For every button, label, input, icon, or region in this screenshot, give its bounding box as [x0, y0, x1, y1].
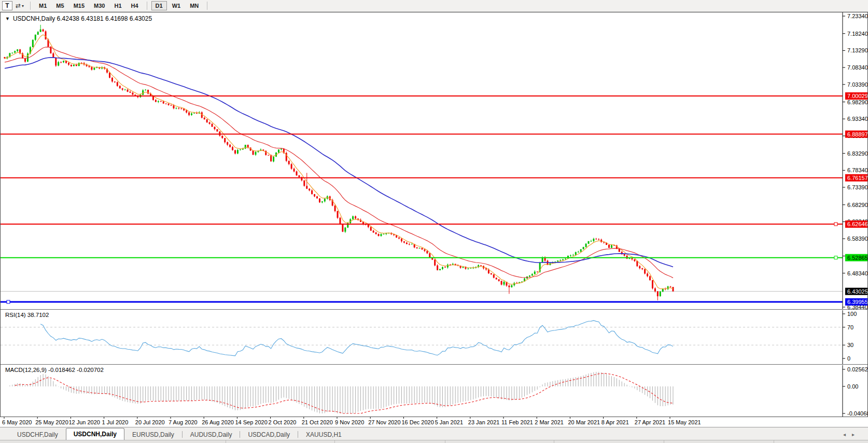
hline-6.39955[interactable] [1, 300, 843, 303]
svg-text:6.68290: 6.68290 [847, 202, 867, 208]
svg-text:6.43025: 6.43025 [847, 288, 867, 295]
tab-xauusd-h1[interactable]: XAUUSD,H1 [298, 429, 349, 440]
svg-text:6.78340: 6.78340 [847, 167, 867, 173]
macd-panel[interactable]: 0.0256230.00-0.040687 MACD(12,26,9) -0.0… [1, 365, 867, 417]
date-label: 7 Aug 2020 [169, 419, 198, 425]
macd-histogram [10, 372, 673, 413]
tabs-scroll-arrows: ◂▸ [843, 432, 855, 437]
date-label: 20 Jul 2020 [135, 419, 165, 425]
svg-text:6.48340: 6.48340 [847, 270, 867, 276]
date-label: 12 Jun 2020 [68, 419, 100, 425]
svg-text:70: 70 [847, 324, 853, 330]
date-label: 25 May 2020 [35, 419, 68, 425]
rsi-panel[interactable]: 10070300 RSI(14) 38.7102 [1, 310, 867, 364]
chart-title-text: USDCNH,Daily 6.42438 6.43181 6.41698 6.4… [13, 15, 152, 22]
date-label: 26 Aug 2020 [202, 419, 234, 425]
rsi-label: RSI(14) 38.7102 [5, 312, 49, 318]
svg-text:6.73390: 6.73390 [847, 184, 867, 190]
date-label: 14 Sep 2020 [235, 419, 267, 425]
ma-5-line [5, 35, 673, 289]
date-label: 1 Jul 2020 [102, 419, 129, 425]
chevron-down-icon: ▾ [22, 4, 24, 8]
tabs-scroll-right-icon[interactable]: ▸ [852, 432, 855, 437]
timeframe-button-M1[interactable]: M1 [35, 1, 51, 10]
date-label: 2 Mar 2021 [535, 419, 564, 425]
date-label: 5 Jan 2021 [435, 419, 463, 425]
chart-title: ▼ USDCNH,Daily 6.42438 6.43181 6.41698 6… [5, 15, 152, 22]
timeframe-button-H4[interactable]: H4 [127, 1, 143, 10]
date-label: 20 Mar 2021 [568, 419, 600, 425]
symbol-cycle-button[interactable]: ⇄ ▾ [13, 1, 26, 11]
svg-text:7.08340: 7.08340 [847, 64, 867, 71]
date-label: 15 May 2021 [668, 419, 701, 425]
price-marker-6.88897: 6.88897 [845, 131, 867, 138]
macd-label: MACD(12,26,9) -0.018462 -0.020702 [5, 367, 104, 373]
statusbar-divider [445, 440, 445, 443]
price-marker-6.39955: 6.39955 [845, 298, 867, 306]
chart-window: 7.233407.182407.132907.083407.033906.982… [0, 12, 868, 417]
svg-text:6.88897: 6.88897 [847, 131, 867, 137]
svg-text:7.00029: 7.00029 [847, 93, 867, 99]
chart-dropdown-icon[interactable]: ▼ [5, 17, 10, 21]
svg-text:6.93340: 6.93340 [847, 116, 867, 122]
status-bar [0, 440, 868, 443]
tab-eurusd-daily[interactable]: EURUSD,Daily [124, 429, 182, 440]
tab-usdchf-daily[interactable]: USDCHF,Daily [9, 429, 66, 440]
svg-text:7.03390: 7.03390 [847, 81, 867, 88]
date-label: 2 Oct 2020 [269, 419, 297, 425]
price-marker-6.62646: 6.62646 [845, 220, 867, 228]
svg-text:7.23340: 7.23340 [847, 13, 867, 19]
timeframe-button-H1[interactable]: H1 [110, 1, 125, 10]
svg-text:7.13290: 7.13290 [847, 47, 867, 53]
timeframe-button-M30[interactable]: M30 [90, 1, 109, 10]
date-label: 27 Nov 2020 [368, 419, 400, 425]
macd-signal-line [15, 373, 673, 413]
price-axis[interactable]: 7.233407.182407.132907.083407.033906.982… [843, 12, 867, 309]
tab-audusd-daily[interactable]: AUDUSD,Daily [183, 429, 240, 440]
macd-chart[interactable]: 0.0256230.00-0.040687 [1, 365, 867, 417]
statusbar-divider [664, 440, 664, 443]
toolbar-separator [147, 2, 147, 10]
statusbar-divider [774, 440, 774, 443]
rsi-line [40, 321, 673, 356]
main-chart-panel[interactable]: 7.233407.182407.132907.083407.033906.982… [1, 12, 867, 309]
hline-6.52865[interactable] [1, 256, 843, 259]
svg-text:30: 30 [847, 342, 853, 348]
top-toolbar: T ⇄ ▾ M1M5M15M30H1H4D1W1MN [0, 0, 868, 12]
chart-tabs: USDCHF,DailyUSDCNH,DailyEURUSD,DailyAUDU… [0, 427, 868, 440]
ma-21-line [5, 47, 673, 278]
hline-6.62646[interactable] [1, 223, 843, 226]
date-label: 21 Oct 2020 [302, 419, 333, 425]
tab-usdcad-daily[interactable]: USDCAD,Daily [240, 429, 298, 440]
price-marker-6.52865: 6.52865 [845, 254, 867, 261]
price-marker-7.00029: 7.00029 [845, 92, 867, 100]
rsi-chart[interactable]: 10070300 [1, 310, 867, 364]
date-label: 9 Nov 2020 [335, 419, 364, 425]
tabs-scroll-left-icon[interactable]: ◂ [843, 432, 846, 437]
date-label: 6 May 2020 [2, 419, 32, 425]
date-label: 8 Apr 2021 [601, 419, 629, 425]
statusbar-divider [554, 440, 554, 443]
candlesticks [4, 25, 674, 300]
date-label: 23 Jan 2021 [468, 419, 500, 425]
tab-usdcnh-daily[interactable]: USDCNH,Daily [66, 428, 124, 440]
svg-text:0.025623: 0.025623 [847, 366, 867, 372]
timeframe-button-M5[interactable]: M5 [52, 1, 68, 10]
date-label: 11 Feb 2021 [501, 419, 533, 425]
svg-text:-0.040687: -0.040687 [847, 410, 867, 417]
svg-text:6.39955: 6.39955 [847, 299, 867, 305]
timeframe-button-D1[interactable]: D1 [151, 1, 167, 10]
svg-text:100: 100 [847, 311, 857, 317]
svg-text:0: 0 [847, 355, 850, 362]
text-tool-button[interactable]: T [2, 1, 12, 10]
svg-text:6.76157: 6.76157 [847, 175, 867, 181]
svg-text:6.62646: 6.62646 [847, 221, 867, 227]
timeframe-button-W1[interactable]: W1 [168, 1, 185, 10]
timeframe-buttons: M1M5M15M30H1H4D1W1MN [35, 1, 211, 10]
timeframe-button-MN[interactable]: MN [186, 1, 203, 10]
date-axis[interactable]: 6 May 202025 May 202012 Jun 20201 Jul 20… [0, 417, 868, 427]
statusbar-divider [334, 440, 335, 443]
price-marker-6.43025: 6.43025 [845, 288, 867, 295]
timeframe-button-M15[interactable]: M15 [69, 1, 89, 10]
price-chart[interactable]: 7.233407.182407.132907.083407.033906.982… [1, 12, 867, 309]
